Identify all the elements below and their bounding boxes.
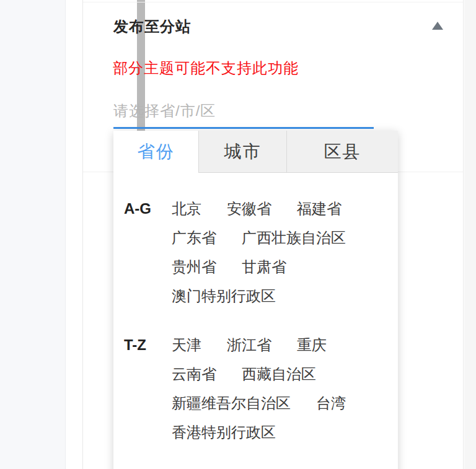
region-option[interactable]: 新疆维吾尔自治区 — [172, 388, 291, 418]
tab-city[interactable]: 城市 — [198, 131, 286, 173]
region-row: 云南省西藏自治区 — [172, 359, 398, 388]
group-label: A-G — [124, 194, 161, 223]
region-option[interactable]: 云南省 — [172, 359, 216, 388]
region-row: 香港特别行政区 — [172, 418, 398, 447]
warning-message: 部分主题可能不支持此功能 — [113, 59, 299, 77]
region-row: 新疆维吾尔自治区台湾 — [172, 388, 398, 418]
region-row: 广东省广西壮族自治区 — [172, 223, 398, 252]
region-row: 天津浙江省重庆 — [172, 330, 398, 359]
region-row: 贵州省甘肃省 — [172, 252, 398, 281]
group-rows: 天津浙江省重庆云南省西藏自治区新疆维吾尔自治区台湾香港特别行政区 — [172, 330, 398, 447]
region-row: 北京安徽省福建省 — [172, 194, 398, 223]
collapse-section-button[interactable] — [429, 19, 446, 33]
region-select-input[interactable] — [113, 94, 374, 129]
panel-left-border — [82, 0, 83, 469]
region-group: T-Z天津浙江省重庆云南省西藏自治区新疆维吾尔自治区台湾香港特别行政区 — [113, 330, 398, 447]
tab-province[interactable]: 省份 — [113, 131, 198, 173]
tab-district[interactable]: 区县 — [286, 131, 398, 173]
region-option[interactable]: 广西壮族自治区 — [242, 223, 346, 252]
panel-right-border — [463, 0, 464, 469]
region-option[interactable]: 甘肃省 — [242, 252, 286, 281]
triangle-up-icon — [432, 22, 443, 30]
region-option[interactable]: 香港特别行政区 — [172, 418, 276, 447]
region-option[interactable]: 浙江省 — [227, 330, 271, 359]
region-tabbar: 省份城市区县 — [113, 131, 398, 173]
region-group: A-G北京安徽省福建省广东省广西壮族自治区贵州省甘肃省澳门特别行政区 — [113, 194, 398, 310]
region-dropdown: 省份城市区县 A-G北京安徽省福建省广东省广西壮族自治区贵州省甘肃省澳门特别行政… — [113, 131, 398, 469]
page: 发布至分站 部分主题可能不支持此功能 省份城市区县 A-G北京安徽省福建省广东省… — [0, 0, 476, 469]
page-scrollbar-track — [464, 0, 476, 469]
group-rows: 北京安徽省福建省广东省广西壮族自治区贵州省甘肃省澳门特别行政区 — [172, 194, 398, 310]
region-list: A-G北京安徽省福建省广东省广西壮族自治区贵州省甘肃省澳门特别行政区T-Z天津浙… — [113, 173, 398, 447]
region-option[interactable]: 澳门特别行政区 — [172, 281, 276, 310]
region-option[interactable]: 北京 — [172, 194, 201, 223]
region-option[interactable]: 重庆 — [297, 330, 327, 359]
region-option[interactable]: 台湾 — [316, 388, 346, 418]
group-label: T-Z — [124, 330, 161, 359]
inner-scrollbar-track — [66, 0, 82, 469]
region-option[interactable]: 西藏自治区 — [242, 359, 316, 388]
region-option[interactable]: 安徽省 — [227, 194, 271, 223]
region-option[interactable]: 广东省 — [172, 223, 216, 252]
region-row: 澳门特别行政区 — [172, 281, 398, 310]
region-option[interactable]: 福建省 — [297, 194, 342, 223]
region-option[interactable]: 天津 — [172, 330, 201, 359]
section-title: 发布至分站 — [113, 17, 191, 36]
region-option[interactable]: 贵州省 — [172, 252, 216, 281]
panel-top-divider — [83, 2, 463, 2]
left-sidebar — [0, 0, 66, 469]
